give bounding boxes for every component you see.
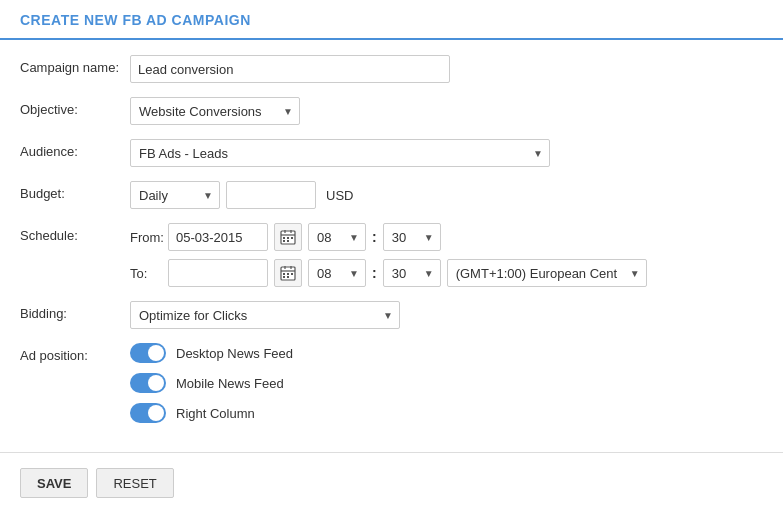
objective-select-wrapper: Website Conversions Brand Awareness Post… [130,97,300,125]
audience-row: Audience: FB Ads - Leads All Users Custo… [20,139,763,167]
campaign-name-label: Campaign name: [20,55,130,75]
to-hour-select[interactable]: 00010203 04050607 08091011 12131415 1617… [308,259,366,287]
to-minute-select[interactable]: 00051015 20253035 40455055 [383,259,441,287]
schedule-row: Schedule: From: [20,223,763,287]
from-hour-select[interactable]: 00010203 04050607 08091011 12131415 1617… [308,223,366,251]
from-time-colon: : [372,229,377,245]
schedule-lines: From: [130,223,647,287]
svg-rect-14 [287,273,289,275]
svg-rect-15 [291,273,293,275]
svg-rect-13 [283,273,285,275]
objective-control: Website Conversions Brand Awareness Post… [130,97,300,125]
page-container: CREATE NEW FB AD CAMPAIGN Campaign name:… [0,0,783,511]
to-calendar-button[interactable] [274,259,302,287]
desktop-news-feed-toggle[interactable] [130,343,166,363]
budget-type-select-wrapper: Daily Lifetime ▼ [130,181,220,209]
schedule-control: From: [130,223,647,287]
desktop-news-feed-label: Desktop News Feed [176,346,293,361]
bidding-control: Optimize for Clicks Optimize for Impress… [130,301,400,329]
schedule-label: Schedule: [20,223,130,243]
audience-label: Audience: [20,139,130,159]
calendar-icon-to [280,265,296,281]
to-minute-select-wrapper: 00051015 20253035 40455055 ▼ [383,259,441,287]
svg-rect-6 [291,237,293,239]
ad-position-list: Desktop News Feed Mobile News Feed Right… [130,343,293,423]
to-date-input[interactable] [168,259,268,287]
objective-row: Objective: Website Conversions Brand Awa… [20,97,763,125]
ad-position-item-mobile: Mobile News Feed [130,373,293,393]
from-minute-select-wrapper: 00051015 20253035 40455055 ▼ [383,223,441,251]
from-minute-select[interactable]: 00051015 20253035 40455055 [383,223,441,251]
timezone-select-wrapper: (GMT+1:00) European Central (GMT+0:00) U… [447,259,647,287]
from-date-input[interactable] [168,223,268,251]
save-button[interactable]: SAVE [20,468,88,498]
to-time-colon: : [372,265,377,281]
audience-control: FB Ads - Leads All Users Custom Audience… [130,139,550,167]
to-hour-select-wrapper: 00010203 04050607 08091011 12131415 1617… [308,259,366,287]
ad-position-row: Ad position: Desktop News Feed Mobile Ne… [20,343,763,423]
svg-rect-7 [283,240,285,242]
ad-position-control: Desktop News Feed Mobile News Feed Right… [130,343,293,423]
schedule-from-line: From: [130,223,647,251]
form-body: Campaign name: Objective: Website Conver… [0,40,783,452]
right-column-toggle[interactable] [130,403,166,423]
svg-rect-5 [287,237,289,239]
calendar-icon [280,229,296,245]
to-label: To: [130,266,162,281]
campaign-name-row: Campaign name: [20,55,763,83]
budget-label: Budget: [20,181,130,201]
page-title: CREATE NEW FB AD CAMPAIGN [20,12,763,28]
objective-label: Objective: [20,97,130,117]
svg-rect-8 [287,240,289,242]
mobile-news-feed-label: Mobile News Feed [176,376,284,391]
budget-row: Budget: Daily Lifetime ▼ USD [20,181,763,209]
mobile-news-feed-toggle[interactable] [130,373,166,393]
right-column-label: Right Column [176,406,255,421]
from-calendar-button[interactable] [274,223,302,251]
svg-rect-16 [283,276,285,278]
campaign-name-control [130,55,450,83]
timezone-select[interactable]: (GMT+1:00) European Central (GMT+0:00) U… [447,259,647,287]
svg-rect-17 [287,276,289,278]
bidding-select-wrapper: Optimize for Clicks Optimize for Impress… [130,301,400,329]
svg-rect-4 [283,237,285,239]
form-footer: SAVE RESET [0,452,783,511]
budget-control: Daily Lifetime ▼ USD [130,181,353,209]
objective-select[interactable]: Website Conversions Brand Awareness Post… [130,97,300,125]
ad-position-item-desktop: Desktop News Feed [130,343,293,363]
campaign-name-input[interactable] [130,55,450,83]
ad-position-item-right: Right Column [130,403,293,423]
bidding-select[interactable]: Optimize for Clicks Optimize for Impress… [130,301,400,329]
form-header: CREATE NEW FB AD CAMPAIGN [0,0,783,40]
from-hour-select-wrapper: 00010203 04050607 08091011 12131415 1617… [308,223,366,251]
budget-type-select[interactable]: Daily Lifetime [130,181,220,209]
schedule-to-line: To: [130,259,647,287]
from-label: From: [130,230,162,245]
bidding-label: Bidding: [20,301,130,321]
bidding-row: Bidding: Optimize for Clicks Optimize fo… [20,301,763,329]
ad-position-label: Ad position: [20,343,130,363]
audience-select-wrapper: FB Ads - Leads All Users Custom Audience… [130,139,550,167]
reset-button[interactable]: RESET [96,468,173,498]
budget-amount-input[interactable] [226,181,316,209]
budget-currency-label: USD [326,188,353,203]
audience-select[interactable]: FB Ads - Leads All Users Custom Audience [130,139,550,167]
